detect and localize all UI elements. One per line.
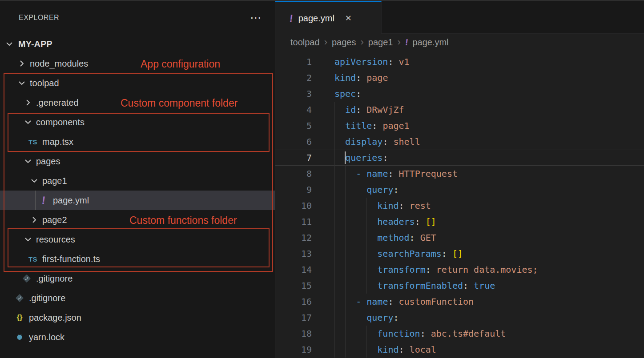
more-actions-icon[interactable]: ⋯: [250, 13, 262, 22]
indent-guide: [366, 198, 367, 214]
breadcrumb-separator: ›: [360, 36, 363, 48]
indent-guide: [356, 182, 356, 198]
tree-item-resources[interactable]: resources: [0, 230, 275, 249]
code-line-17[interactable]: 17 query:: [275, 310, 644, 326]
code-line-18[interactable]: 18 function: abc.ts#default: [275, 326, 644, 342]
code-line-15[interactable]: 15 transformEnabled: true: [275, 278, 644, 294]
tree-item-page1[interactable]: page1: [0, 171, 275, 191]
tab-page-yml[interactable]: ! page.yml ✕: [275, 1, 382, 34]
code-line-12[interactable]: 12 method: GET: [275, 230, 644, 246]
indent-guide: [334, 134, 335, 150]
tree-item-first-function-ts[interactable]: TSfirst-function.ts: [0, 249, 275, 269]
breadcrumb-separator: ›: [397, 36, 400, 48]
indent-guide: [345, 230, 346, 246]
code-line-8[interactable]: 8 - name: HTTPrequest: [275, 166, 644, 182]
indent-guide: [366, 230, 367, 246]
breadcrumb-item-pages[interactable]: pages: [332, 37, 356, 48]
indent-guide: [334, 166, 335, 182]
breadcrumb-item-page-yml[interactable]: !page.yml: [405, 37, 449, 48]
chevron-down-icon: [4, 39, 14, 49]
breadcrumb-label: toolpad: [290, 37, 320, 48]
tree-item-label: page.yml: [53, 195, 89, 206]
code-line-5[interactable]: 5 title: page1: [275, 118, 644, 134]
line-number: 10: [275, 198, 312, 214]
code-line-3[interactable]: 3spec:: [275, 86, 644, 102]
chevron-down-icon: [29, 176, 39, 186]
indent-guide: [345, 278, 346, 294]
tree-item-pages[interactable]: pages: [0, 151, 275, 171]
chevron-down-icon: [17, 78, 27, 88]
tree-item-label: page1: [42, 176, 67, 186]
code-line-text: title: page1: [334, 118, 410, 134]
breadcrumb-separator: ›: [324, 36, 327, 48]
tree-item-gitignore[interactable]: .gitignore: [0, 288, 275, 308]
code-line-text: display: shell: [334, 134, 420, 150]
line-number: 5: [275, 118, 312, 134]
code-editor[interactable]: 1apiVersion: v12kind: page3spec:4 id: DR…: [275, 51, 644, 358]
line-number: 9: [275, 182, 312, 198]
code-line-14[interactable]: 14 transform: return data.movies;: [275, 262, 644, 278]
tree-item-map-tsx[interactable]: TSmap.tsx: [0, 132, 275, 151]
code-line-19[interactable]: 19 kind: local: [275, 342, 644, 358]
code-line-16[interactable]: 16 - name: customFunction: [275, 294, 644, 310]
code-line-1[interactable]: 1apiVersion: v1: [275, 54, 644, 70]
indent-guide: [345, 326, 346, 342]
breadcrumb-item-toolpad[interactable]: toolpad: [290, 37, 320, 48]
code-line-10[interactable]: 10 kind: rest: [275, 198, 644, 214]
code-line-text: method: GET: [334, 230, 436, 246]
code-line-13[interactable]: 13 searchParams: []: [275, 246, 644, 262]
tree-item-yarn-lock[interactable]: yarn.lock: [0, 327, 275, 347]
tree-item-label: MY-APP: [18, 39, 52, 49]
close-tab-icon[interactable]: ✕: [345, 13, 352, 23]
indent-guide: [334, 294, 335, 310]
indent-guide: [345, 166, 346, 182]
tree-item-toolpad[interactable]: toolpad: [0, 73, 275, 93]
code-line-9[interactable]: 9 query:: [275, 182, 644, 198]
code-line-2[interactable]: 2kind: page: [275, 70, 644, 86]
indent-guide: [366, 262, 367, 278]
indent-guide: [366, 278, 367, 294]
code-line-7[interactable]: 7 queries:: [275, 150, 644, 166]
line-number: 3: [275, 86, 312, 102]
code-line-text: kind: rest: [334, 198, 431, 214]
code-line-text: transformEnabled: true: [334, 278, 495, 294]
ts-icon: TS: [27, 253, 39, 265]
tree-item-components[interactable]: components: [0, 112, 275, 132]
breadcrumb: toolpad›pages›page1›!page.yml: [275, 34, 644, 51]
tree-item-node-modules[interactable]: node_modules: [0, 54, 275, 73]
tree-item-gitignore[interactable]: .gitignore: [0, 269, 275, 288]
indent-guide: [356, 278, 356, 294]
indent-guide: [345, 182, 346, 198]
tree-item-page-yml[interactable]: !page.yml: [0, 191, 275, 210]
tree-item-generated[interactable]: .generated: [0, 93, 275, 112]
tree-item-package-json[interactable]: {}package.json: [0, 308, 275, 327]
code-line-text: kind: page: [334, 70, 388, 86]
indent-guide: [356, 214, 356, 230]
tree-item-page2[interactable]: page2: [0, 210, 275, 230]
tree-item-label: .gitignore: [36, 274, 72, 284]
code-line-11[interactable]: 11 headers: []: [275, 214, 644, 230]
line-number: 1: [275, 54, 312, 70]
code-line-text: query:: [334, 310, 399, 326]
indent-guide: [356, 198, 356, 214]
indent-guide: [366, 326, 367, 342]
code-line-text: headers: []: [334, 214, 436, 230]
chevron-down-icon: [23, 235, 33, 244]
tree-item-label: .gitignore: [29, 293, 65, 303]
tree-item-my-app[interactable]: MY-APP: [0, 34, 275, 54]
indent-guide: [345, 310, 346, 326]
git-icon: [13, 292, 26, 304]
code-line-6[interactable]: 6 display: shell: [275, 134, 644, 150]
indent-guide: [334, 246, 335, 262]
indent-guide: [356, 326, 356, 342]
line-number: 17: [275, 310, 312, 326]
code-line-4[interactable]: 4 id: DRwVjZf: [275, 102, 644, 118]
chevron-right-icon: [23, 98, 33, 107]
yaml-icon: !: [37, 195, 50, 206]
breadcrumb-item-page1[interactable]: page1: [368, 37, 393, 48]
line-number: 11: [275, 214, 312, 230]
line-number: 15: [275, 278, 312, 294]
code-line-text: transform: return data.movies;: [334, 262, 538, 278]
indent-guide: [345, 294, 346, 310]
indent-guide: [345, 246, 346, 262]
